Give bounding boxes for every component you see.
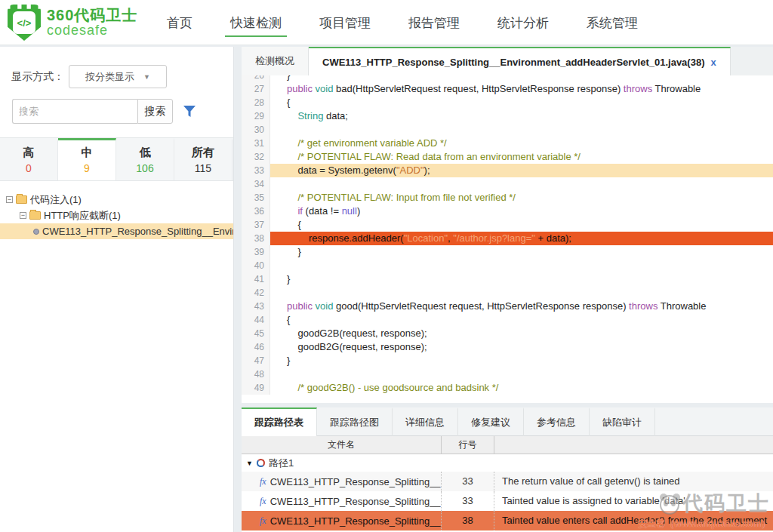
display-mode-label: 显示方式： — [11, 70, 64, 84]
line-number: 34 — [242, 177, 270, 191]
path-icon — [257, 459, 265, 467]
line-number: 40 — [242, 259, 270, 272]
bottom-tab[interactable]: 跟踪路径表 — [242, 407, 317, 436]
display-mode-value: 按分类显示 — [85, 70, 134, 84]
bottom-tab-label: 跟踪路径图 — [330, 416, 379, 429]
table-row[interactable]: fx CWE113_HTTP_Response_Splitting__... 3… — [242, 472, 773, 491]
bottom-tab[interactable]: 参考信息 — [524, 407, 590, 436]
bottom-tab[interactable]: 缺陷审计 — [590, 407, 655, 436]
code-line[interactable]: 38 response.addHeader("Location", "/auth… — [242, 232, 773, 245]
nav-item[interactable]: 快速检测 — [211, 0, 300, 45]
function-icon: fx — [260, 512, 266, 530]
code-line[interactable]: 37 { — [242, 218, 773, 232]
code-line[interactable]: 31 /* get environment variable ADD */ — [242, 137, 773, 150]
close-tab-icon[interactable]: x — [710, 57, 716, 68]
line-number: 32 — [242, 150, 270, 164]
function-icon: fx — [260, 472, 266, 491]
code-line[interactable]: 29 String data; — [242, 109, 773, 123]
code-line[interactable]: 48 — [242, 367, 773, 381]
code-viewer: 26}27public void bad(HttpServletRequest … — [242, 75, 773, 403]
main-panel: 检测概况 CWE113_HTTP_Response_Splitting__Env… — [242, 47, 773, 532]
line-number: 37 — [242, 218, 270, 232]
document-tab[interactable]: CWE113_HTTP_Response_Splitting__Environm… — [309, 47, 731, 75]
code-line[interactable]: 28{ — [242, 96, 773, 109]
severity-tabs: 高 0 中 9 低 106 所有 115 — [0, 137, 233, 181]
severity-tab[interactable]: 低 106 — [116, 138, 174, 180]
line-number: 44 — [242, 313, 270, 327]
code-line[interactable]: 27public void bad(HttpServletRequest req… — [242, 82, 773, 96]
code-text: data = System.getenv("ADD"); — [270, 164, 773, 177]
code-line[interactable]: 26} — [242, 75, 773, 82]
code-text: /* goodG2B() - use goodsource and badsin… — [270, 381, 773, 395]
folder-icon — [29, 211, 41, 220]
severity-tab[interactable]: 中 9 — [58, 138, 116, 180]
function-icon: fx — [260, 492, 266, 511]
code-line[interactable]: 33 data = System.getenv("ADD"); — [242, 164, 773, 177]
code-line[interactable]: 49 /* goodG2B() - use goodsource and bad… — [242, 381, 773, 395]
bottom-tab[interactable]: 修复建议 — [458, 407, 524, 436]
code-line[interactable]: 30 — [242, 123, 773, 137]
severity-tab-label: 所有 — [174, 146, 232, 160]
code-line[interactable]: 46 goodB2G(request, response); — [242, 340, 773, 354]
triangle-down-icon[interactable]: ▼ — [246, 460, 253, 467]
code-line[interactable]: 36 if (data != null) — [242, 204, 773, 218]
code-line[interactable]: 34 — [242, 177, 773, 191]
row-lineno: 38 — [442, 511, 494, 530]
code-line[interactable]: 43public void good(HttpServletRequest re… — [242, 300, 773, 313]
tree-collapse-icon[interactable]: − — [20, 212, 26, 219]
tree-item[interactable]: − HTTP响应截断(1) — [0, 208, 233, 223]
bottom-tab[interactable]: 详细信息 — [393, 407, 458, 436]
code-text — [270, 259, 773, 272]
nav-item[interactable]: 系统管理 — [568, 0, 657, 45]
bottom-tab[interactable]: 跟踪路径图 — [317, 407, 393, 436]
nav-item[interactable]: 项目管理 — [300, 0, 390, 45]
code-text: if (data != null) — [270, 204, 773, 218]
severity-tab[interactable]: 所有 115 — [174, 138, 233, 180]
bottom-tabbar: 跟踪路径表跟踪路径图详细信息修复建议参考信息缺陷审计 — [242, 407, 773, 436]
display-mode-select[interactable]: 按分类显示 ▼ — [69, 65, 167, 88]
code-line[interactable]: 32 /* POTENTIAL FLAW: Read data from an … — [242, 150, 773, 164]
code-line[interactable]: 44{ — [242, 313, 773, 327]
tree-collapse-icon[interactable]: − — [6, 196, 13, 203]
trace-path-table: 文件名 行号 ▼ 路径1 fx CWE113_HTTP_Response_Spl… — [242, 436, 773, 532]
nav-item[interactable]: 报告管理 — [390, 0, 479, 45]
code-text — [270, 367, 773, 381]
line-number: 41 — [242, 272, 270, 286]
code-text: { — [270, 218, 773, 232]
table-row[interactable]: fx CWE113_HTTP_Response_Splitting__... 3… — [242, 511, 773, 530]
top-header: </> 360代码卫士 codesafe 首页快速检测项目管理报告管理统计分析系… — [0, 0, 773, 45]
document-tab[interactable]: 检测概况 — [242, 47, 309, 75]
table-row[interactable]: fx CWE113_HTTP_Response_Splitting__... 3… — [242, 491, 773, 511]
search-button[interactable]: 搜索 — [137, 99, 173, 124]
code-text — [270, 286, 773, 300]
nav-item[interactable]: 首页 — [148, 0, 211, 45]
code-line[interactable]: 45 goodG2B(request, response); — [242, 327, 773, 340]
code-line[interactable]: 47} — [242, 354, 773, 367]
code-line[interactable]: 39 } — [242, 245, 773, 259]
bottom-tab-label: 修复建议 — [471, 416, 510, 429]
line-number: 29 — [242, 109, 270, 123]
row-filename: CWE113_HTTP_Response_Splitting__... — [270, 492, 442, 511]
code-text: /* POTENTIAL FLAW: Read data from an env… — [270, 150, 773, 164]
code-text: } — [270, 245, 773, 259]
code-line[interactable]: 35 /* POTENTIAL FLAW: Input from file no… — [242, 191, 773, 204]
search-input[interactable] — [12, 99, 137, 124]
code-line[interactable]: 42 — [242, 286, 773, 300]
filter-funnel-icon[interactable] — [183, 106, 196, 117]
row-lineno: 33 — [442, 472, 494, 491]
severity-tab-label: 中 — [58, 146, 115, 160]
path-group-label: 路径1 — [269, 457, 294, 470]
tree-item[interactable]: − 代码注入(1) — [0, 192, 233, 208]
code-text: } — [270, 272, 773, 286]
severity-tab-count: 0 — [0, 162, 57, 174]
code-text — [270, 177, 773, 191]
path-group-row[interactable]: ▼ 路径1 — [242, 454, 773, 472]
app-logo: </> 360代码卫士 codesafe — [8, 5, 137, 41]
line-number: 47 — [242, 354, 270, 367]
nav-item[interactable]: 统计分析 — [479, 0, 568, 45]
code-line[interactable]: 40 — [242, 259, 773, 272]
code-text: goodG2B(request, response); — [270, 327, 773, 340]
code-line[interactable]: 41} — [242, 272, 773, 286]
tree-item[interactable]: CWE113_HTTP_Response_Splitting__Envir — [0, 223, 233, 239]
severity-tab[interactable]: 高 0 — [0, 138, 58, 180]
